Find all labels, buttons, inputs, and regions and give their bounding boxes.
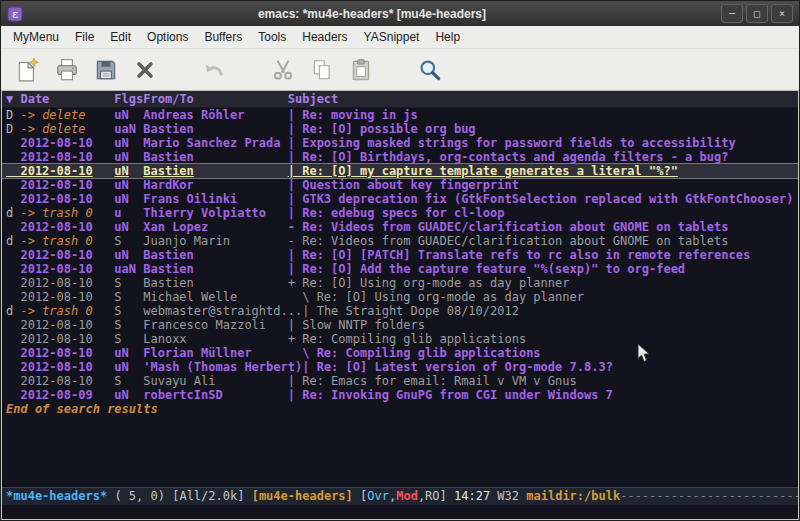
menu-item-yasnippet[interactable]: YASnippet <box>356 27 428 47</box>
menu-item-mymenu[interactable]: MyMenu <box>5 27 67 47</box>
close-buffer-button[interactable] <box>130 54 160 86</box>
menubar: MyMenuFileEditOptionsBuffersToolsHeaders… <box>1 26 799 49</box>
flags-cell: uN <box>114 346 143 360</box>
header-row[interactable]: 2012-08-10uN'Mash (Thomas Herbert)| Re: … <box>2 360 798 374</box>
flags-cell: S <box>114 304 143 318</box>
header-row[interactable]: D -> deleteuaNBastien| Re: [O] possible … <box>2 122 798 136</box>
date-cell: 2012-08-10 <box>6 178 114 192</box>
header-row[interactable]: 2012-08-10SSuvayu Ali| Re: Emacs for ema… <box>2 374 798 388</box>
header-row[interactable]: 2012-08-10uNBastien| Re: [O] [PATCH] Tra… <box>2 248 798 262</box>
header-row[interactable]: 2012-08-10uNFrans Oilinki| GTK3 deprecat… <box>2 192 798 206</box>
subject-cell: | Exposing masked strings for password f… <box>288 136 736 150</box>
modeline[interactable]: *mu4e-headers* ( 5, 0) [All/2.0k] [mu4e-… <box>2 487 798 505</box>
column-header-subject[interactable]: Subject <box>288 92 339 106</box>
mark-action: -> trash 0 <box>13 206 92 220</box>
mark-cell: D -> delete <box>6 122 114 136</box>
from-cell: robertcInSD <box>143 388 287 402</box>
mark-action: -> trash 0 <box>13 304 92 318</box>
header-line: ▼ DateFlgsFrom/ToSubject <box>2 91 798 108</box>
date-cell: 2012-08-10 <box>6 360 114 374</box>
header-row[interactable]: 2012-08-10SLanoxx+ Re: Compiling glib ap… <box>2 332 798 346</box>
menu-item-edit[interactable]: Edit <box>102 27 139 47</box>
from-cell: webmaster@straightd... <box>143 304 302 318</box>
menu-item-file[interactable]: File <box>67 27 102 47</box>
date-cell: 2012-08-10 <box>6 332 114 346</box>
date-cell: 2012-08-10 <box>6 150 114 164</box>
search-button[interactable] <box>415 54 445 86</box>
emacs-frame: ▼ DateFlgsFrom/ToSubject D -> deleteuNAn… <box>1 91 799 520</box>
date-cell: 2012-08-10 <box>6 136 114 150</box>
subject-cell: \ Re: [O] Using org-mode as day planner <box>288 290 584 304</box>
maximize-button[interactable]: □ <box>746 4 768 23</box>
mark-action: -> delete <box>13 122 85 136</box>
date-cell: 2012-08-10 <box>6 318 114 332</box>
subject-cell: - Re: Videos from GUADEC/clarification a… <box>288 234 729 248</box>
save-icon <box>93 57 119 83</box>
header-row[interactable]: D -> deleteuNAndreas Röhler| Re: moving … <box>2 108 798 122</box>
new-file-button[interactable] <box>13 54 43 86</box>
subject-cell: | Re: [O] possible org bug <box>288 122 476 136</box>
flags-cell: uN <box>114 192 143 206</box>
header-row[interactable]: 2012-08-09uNrobertcInSD| Re: Invoking Gn… <box>2 388 798 402</box>
mark-action: -> delete <box>13 108 85 122</box>
minibuffer[interactable] <box>2 505 798 519</box>
undo-button[interactable] <box>199 54 229 86</box>
menu-item-help[interactable]: Help <box>427 27 468 47</box>
menu-item-options[interactable]: Options <box>139 27 196 47</box>
modeline-buffer-name[interactable]: *mu4e-headers* <box>6 489 107 503</box>
header-row[interactable]: d -> trash 0uThierry Volpiatto| Re: edeb… <box>2 206 798 220</box>
modeline-major-mode[interactable]: [mu4e-headers] <box>252 489 353 503</box>
from-cell: Andreas Röhler <box>143 108 287 122</box>
header-row[interactable]: 2012-08-10uNBastien| Re: [O] my capture … <box>2 163 798 179</box>
header-row[interactable]: 2012-08-10SMichael Welle \ Re: [O] Using… <box>2 290 798 304</box>
cut-button[interactable] <box>268 54 298 86</box>
minimize-button[interactable]: ─ <box>721 4 743 23</box>
subject-cell: | Re: [O] Add the capture feature "%(sex… <box>288 262 685 276</box>
flags-cell: S <box>114 332 143 346</box>
header-row[interactable]: d -> trash 0SJuanjo Marin- Re: Videos fr… <box>2 234 798 248</box>
copy-button[interactable] <box>307 54 337 86</box>
end-of-results: End of search results <box>2 402 798 416</box>
subject-cell: | Re: [O] Birthdays, org-contacts and ag… <box>288 150 729 164</box>
mark-action: -> trash 0 <box>13 234 92 248</box>
date-cell: 2012-08-10 <box>6 192 114 206</box>
header-row[interactable]: 2012-08-10uNXan Lopez- Re: Videos from G… <box>2 220 798 234</box>
header-row[interactable]: 2012-08-10uNFlorian Müllner \ Re: Compil… <box>2 346 798 360</box>
header-row[interactable]: 2012-08-10SFrancesco Mazzoli| Slow NNTP … <box>2 318 798 332</box>
flags-cell: S <box>114 276 143 290</box>
header-row[interactable]: 2012-08-10SBastien+ Re: [O] Using org-mo… <box>2 276 798 290</box>
modeline-time: 14:27 <box>447 489 490 503</box>
date-cell: 2012-08-10 <box>6 164 114 178</box>
from-cell: Bastien <box>143 150 287 164</box>
header-row[interactable]: 2012-08-10uNHardKor| Question about key … <box>2 178 798 192</box>
close-button[interactable]: × <box>771 4 793 23</box>
menu-item-buffers[interactable]: Buffers <box>196 27 250 47</box>
header-row[interactable]: d -> trash 0Swebmaster@straightd...| The… <box>2 304 798 318</box>
save-button[interactable] <box>91 54 121 86</box>
flags-cell: uN <box>114 178 143 192</box>
menu-item-headers[interactable]: Headers <box>294 27 355 47</box>
from-cell: Juanjo Marin <box>143 234 287 248</box>
print-button[interactable] <box>52 54 82 86</box>
header-row[interactable]: 2012-08-10uNBastien| Re: [O] Birthdays, … <box>2 150 798 164</box>
from-cell: 'Mash (Thomas Herbert) <box>143 360 302 374</box>
from-cell: Bastien <box>143 164 287 178</box>
header-row[interactable]: 2012-08-10uNMario Sanchez Prada| Exposin… <box>2 136 798 150</box>
emacs-window: ε emacs: *mu4e-headers* [mu4e-headers] ─… <box>0 0 800 521</box>
paste-button[interactable] <box>346 54 376 86</box>
from-cell: Michael Welle <box>143 290 287 304</box>
modeline-position: ( 5, 0) [All/2.0k] <box>107 489 252 503</box>
column-header-from[interactable]: From/To <box>143 91 287 107</box>
subject-cell: + Re: [O] Using org-mode as day planner <box>288 276 570 290</box>
from-cell: Florian Müllner <box>143 346 287 360</box>
flags-cell: S <box>114 234 143 248</box>
header-row[interactable]: 2012-08-10uaNBastien| Re: [O] Add the ca… <box>2 262 798 276</box>
column-header-date[interactable]: ▼ Date <box>6 91 114 107</box>
menu-item-tools[interactable]: Tools <box>250 27 294 47</box>
subject-cell: | GTK3 deprecation fix (GtkFontSelection… <box>288 192 794 206</box>
column-header-flags[interactable]: Flgs <box>114 91 143 107</box>
close-icon <box>132 57 158 83</box>
from-cell: Bastien <box>143 262 287 276</box>
subject-cell: \ Re: Compiling glib applications <box>288 346 541 360</box>
subject-cell: + Re: Compiling glib applications <box>288 332 526 346</box>
